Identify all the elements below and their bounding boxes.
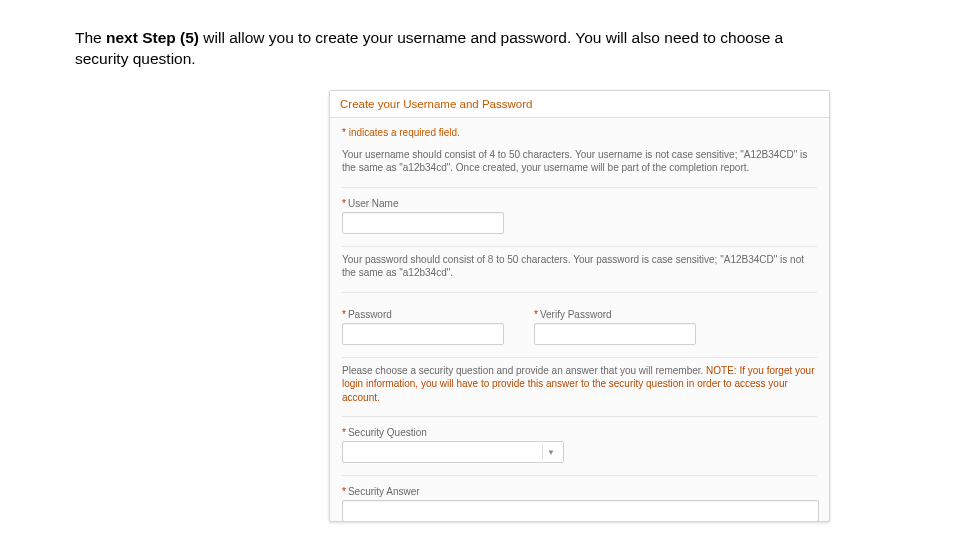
security-answer-label-text: Security Answer <box>348 486 420 497</box>
divider <box>342 187 817 188</box>
security-question-select[interactable]: ▼ <box>342 441 564 463</box>
asterisk-icon: * <box>342 198 346 209</box>
panel-title: Create your Username and Password <box>340 98 532 110</box>
intro-rest-line2: security question. <box>75 50 196 67</box>
verify-password-input[interactable] <box>534 323 696 345</box>
divider <box>342 357 817 358</box>
chevron-down-icon: ▼ <box>542 445 559 459</box>
required-note-text: indicates a required field. <box>349 127 460 138</box>
verify-password-label-text: Verify Password <box>540 309 612 320</box>
intro-rest-line1: will allow you to create your username a… <box>203 29 783 46</box>
intro-pre: The <box>75 29 106 46</box>
security-answer-label: *Security Answer <box>342 486 817 497</box>
divider <box>342 246 817 247</box>
security-question-label-text: Security Question <box>348 427 427 438</box>
security-question-label: *Security Question <box>342 427 817 438</box>
security-answer-input[interactable] <box>342 500 819 522</box>
intro-paragraph: The next Step (5) will allow you to crea… <box>75 28 905 70</box>
divider <box>342 292 817 293</box>
password-label-text: Password <box>348 309 392 320</box>
security-note-plain: Please choose a security question and pr… <box>342 365 706 376</box>
password-input[interactable] <box>342 323 504 345</box>
asterisk-icon: * <box>342 427 346 438</box>
panel-header: Create your Username and Password <box>330 91 829 118</box>
asterisk-icon: * <box>534 309 538 320</box>
create-account-panel: Create your Username and Password * indi… <box>329 90 830 522</box>
divider <box>342 475 817 476</box>
asterisk-icon: * <box>342 127 349 138</box>
password-label: *Password <box>342 309 504 320</box>
username-help: Your username should consist of 4 to 50 … <box>342 148 817 175</box>
verify-password-label: *Verify Password <box>534 309 696 320</box>
username-label: *User Name <box>342 198 817 209</box>
asterisk-icon: * <box>342 486 346 497</box>
username-label-text: User Name <box>348 198 399 209</box>
security-note: Please choose a security question and pr… <box>342 364 817 405</box>
username-input[interactable] <box>342 212 504 234</box>
required-note: * indicates a required field. <box>342 126 817 140</box>
divider <box>342 416 817 417</box>
asterisk-icon: * <box>342 309 346 320</box>
password-help: Your password should consist of 8 to 50 … <box>342 253 817 280</box>
intro-bold: next Step (5) <box>106 29 203 46</box>
